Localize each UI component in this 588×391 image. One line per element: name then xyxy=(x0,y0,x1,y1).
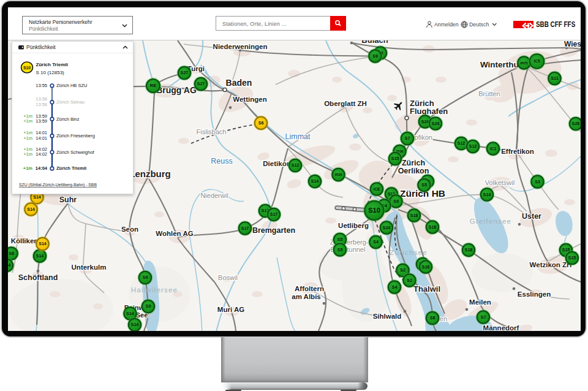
svg-text:Meilen: Meilen xyxy=(469,298,491,306)
svg-text:Lenzburg: Lenzburg xyxy=(129,169,171,179)
svg-text:S8: S8 xyxy=(9,251,14,256)
svg-text:IC5: IC5 xyxy=(534,59,540,63)
svg-text:S6: S6 xyxy=(258,121,264,125)
svg-text:Schöftland: Schöftland xyxy=(18,273,58,282)
svg-text:S7: S7 xyxy=(405,136,410,140)
svg-text:S9: S9 xyxy=(393,199,399,203)
svg-text:S5: S5 xyxy=(337,237,343,241)
svg-text:S3: S3 xyxy=(535,180,540,184)
svg-text:S27: S27 xyxy=(181,70,189,75)
svg-text:Wetzikon ZH: Wetzikon ZH xyxy=(530,261,572,268)
svg-text:Sihlwald: Sihlwald xyxy=(373,313,402,320)
svg-text:Zürich Schweighof: Zürich Schweighof xyxy=(56,150,95,155)
svg-text:+1m: +1m xyxy=(23,118,32,124)
svg-text:S14: S14 xyxy=(39,241,47,246)
svg-text:Anmelden: Anmelden xyxy=(434,21,459,28)
svg-text:S2: S2 xyxy=(407,278,412,283)
svg-text:Uster: Uster xyxy=(522,212,541,221)
svg-text:S18: S18 xyxy=(429,225,437,229)
svg-text:Zürichsee: Zürichsee xyxy=(390,249,427,256)
svg-text:S9: S9 xyxy=(143,275,148,279)
svg-text:S 10 (12853): S 10 (12853) xyxy=(36,70,65,75)
svg-text:S11: S11 xyxy=(551,76,558,80)
svg-text:Wiesendangen: Wiesendangen xyxy=(564,40,581,48)
svg-text:Wettingen: Wettingen xyxy=(233,96,266,103)
svg-text:Männedorf: Männedorf xyxy=(483,324,519,331)
svg-text:Zürich Binz: Zürich Binz xyxy=(56,116,80,122)
svg-text:S17: S17 xyxy=(270,212,278,216)
svg-text:13:59: 13:59 xyxy=(36,118,47,124)
svg-text:S14: S14 xyxy=(311,179,319,183)
svg-text:Esslingen: Esslingen xyxy=(518,290,551,298)
svg-text:ICE: ICE xyxy=(374,187,380,191)
svg-text:+1m: +1m xyxy=(23,151,32,157)
svg-text:Zürich: Zürich xyxy=(402,159,425,167)
svg-text:S5: S5 xyxy=(337,248,343,252)
svg-text:Unterkulm: Unterkulm xyxy=(72,264,107,271)
svg-text:Deutsch: Deutsch xyxy=(469,21,489,28)
svg-text:Baden: Baden xyxy=(226,78,252,88)
svg-text:S7: S7 xyxy=(481,315,486,319)
svg-text:Volketswil: Volketswil xyxy=(485,179,514,186)
svg-text:Reuss: Reuss xyxy=(211,157,232,165)
svg-text:Brugg AG: Brugg AG xyxy=(156,85,197,95)
svg-text:IR35: IR35 xyxy=(335,173,342,177)
svg-text:Winterthur: Winterthur xyxy=(480,60,522,69)
svg-text:Seon: Seon xyxy=(121,226,138,233)
svg-text:13:55: 13:55 xyxy=(36,83,47,88)
svg-text:S14: S14 xyxy=(8,263,10,267)
svg-text:S16: S16 xyxy=(422,265,430,269)
svg-text:SZU (Sihltal-Zürich-Uetliberg-: SZU (Sihltal-Zürich-Uetliberg-Bahn) - SB… xyxy=(19,183,97,188)
svg-text:S10: S10 xyxy=(23,66,31,70)
svg-text:Wohlen AG: Wohlen AG xyxy=(156,230,193,237)
svg-text:S9: S9 xyxy=(146,304,151,308)
svg-text:Hallwilersee: Hallwilersee xyxy=(131,286,178,294)
svg-text:S8: S8 xyxy=(430,316,435,320)
svg-text:Affoltern: Affoltern xyxy=(295,285,324,292)
svg-text:Uetliberg: Uetliberg xyxy=(338,222,369,229)
svg-text:Kölliken: Kölliken xyxy=(11,237,39,245)
svg-text:IR75: IR75 xyxy=(521,61,528,65)
svg-text:S18: S18 xyxy=(410,213,418,218)
svg-text:S24: S24 xyxy=(383,226,391,230)
svg-text:Zürich HB SZU: Zürich HB SZU xyxy=(56,83,87,88)
svg-text:S4: S4 xyxy=(373,240,379,244)
svg-text:Muri AG: Muri AG xyxy=(217,306,244,313)
svg-text:S12: S12 xyxy=(292,163,300,167)
svg-text:S2: S2 xyxy=(400,268,405,272)
svg-text:S14: S14 xyxy=(27,207,35,211)
svg-text:+1m: +1m xyxy=(23,165,33,171)
svg-text:S14: S14 xyxy=(36,254,44,258)
svg-text:Greifensee: Greifensee xyxy=(470,218,511,225)
svg-text:S26: S26 xyxy=(572,121,580,126)
svg-text:S12: S12 xyxy=(469,144,477,148)
svg-text:S14: S14 xyxy=(131,322,139,327)
svg-text:Zürich Selnau: Zürich Selnau xyxy=(56,99,85,105)
svg-text:Effretikon: Effretikon xyxy=(501,148,534,155)
svg-text:RE: RE xyxy=(150,83,156,88)
svg-text:Suhr: Suhr xyxy=(59,196,77,204)
svg-text:S12: S12 xyxy=(458,141,466,145)
svg-text:IC1: IC1 xyxy=(490,146,496,151)
svg-text:Niederwil: Niederwil xyxy=(200,192,228,199)
svg-text:S18: S18 xyxy=(465,248,473,252)
svg-text:Flughafen: Flughafen xyxy=(410,107,448,116)
svg-text:S24: S24 xyxy=(421,120,429,124)
svg-text:Fislisbach: Fislisbach xyxy=(197,128,227,135)
svg-text:S15: S15 xyxy=(568,256,576,260)
svg-text:14:01: 14:01 xyxy=(36,135,47,141)
svg-text:S27: S27 xyxy=(197,82,205,86)
svg-text:Zürich Triemli: Zürich Triemli xyxy=(56,165,86,171)
svg-text:S4: S4 xyxy=(392,285,398,289)
svg-text:14:04: 14:04 xyxy=(36,165,48,171)
svg-text:Niederweningen: Niederweningen xyxy=(213,43,268,50)
svg-text:S5: S5 xyxy=(421,183,427,187)
svg-text:+1m: +1m xyxy=(23,135,32,141)
svg-text:S14: S14 xyxy=(33,195,41,199)
svg-text:Thalwil: Thalwil xyxy=(413,284,440,294)
svg-text:Limmat: Limmat xyxy=(285,132,311,141)
svg-text:S9: S9 xyxy=(372,54,378,58)
svg-text:S14: S14 xyxy=(483,192,491,197)
svg-text:Brütten: Brütten xyxy=(478,90,500,97)
svg-text:S24: S24 xyxy=(432,121,440,126)
